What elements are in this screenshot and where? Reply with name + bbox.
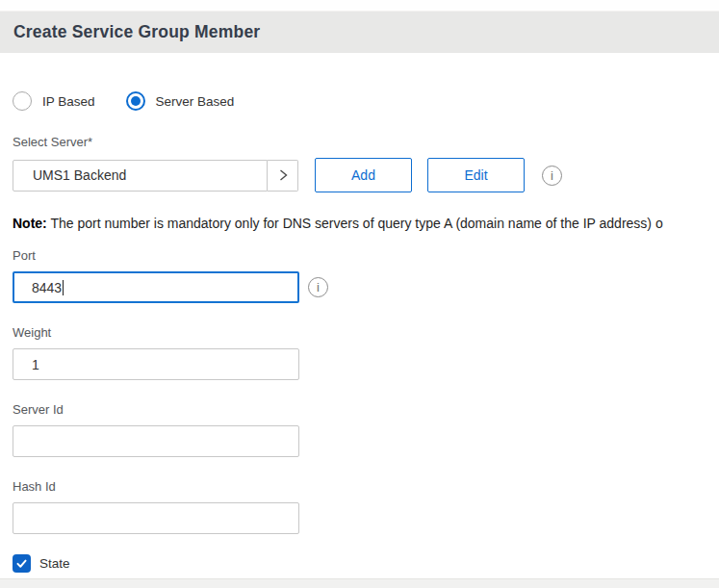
check-icon — [15, 557, 28, 570]
select-server-input[interactable]: UMS1 Backend — [13, 160, 268, 192]
member-type-radio-group: IP Based Server Based — [13, 91, 719, 111]
state-checkbox[interactable] — [13, 554, 31, 573]
port-field-group: Port 8443 i — [13, 248, 719, 303]
port-value: 8443 — [32, 280, 62, 295]
radio-ip-based[interactable]: IP Based — [13, 91, 95, 111]
server-id-label: Server Id — [13, 402, 719, 417]
weight-label: Weight — [13, 325, 719, 340]
hash-id-label: Hash Id — [13, 479, 719, 494]
port-note: Note: The port number is mandatory only … — [13, 216, 719, 231]
open-server-picker-button[interactable] — [268, 160, 298, 192]
info-icon[interactable]: i — [542, 166, 562, 186]
radio-unselected-icon[interactable] — [13, 91, 32, 111]
port-label: Port — [13, 248, 719, 263]
select-server-value: UMS1 Backend — [33, 167, 126, 183]
weight-value: 1 — [32, 357, 39, 372]
radio-server-based-label: Server Based — [156, 94, 235, 109]
cropped-top-strip — [0, 0, 719, 12]
form-body: IP Based Server Based Select Server* UMS… — [0, 53, 719, 573]
hash-id-field-group: Hash Id — [13, 479, 719, 534]
radio-selected-icon[interactable] — [126, 91, 145, 111]
radio-server-based[interactable]: Server Based — [126, 91, 235, 111]
page-title: Create Service Group Member — [13, 22, 260, 42]
weight-field-group: Weight 1 — [13, 325, 719, 380]
select-server-row: UMS1 Backend Add Edit i — [13, 158, 719, 192]
select-server-label: Select Server* — [13, 135, 719, 149]
hash-id-input[interactable] — [13, 502, 299, 534]
radio-ip-based-label: IP Based — [42, 94, 95, 109]
add-server-button[interactable]: Add — [315, 158, 412, 192]
dialog-header: Create Service Group Member — [0, 12, 719, 53]
weight-input[interactable]: 1 — [13, 348, 299, 380]
state-checkbox-row: State — [13, 554, 719, 573]
note-text: The port number is mandatory only for DN… — [47, 216, 663, 231]
server-id-field-group: Server Id — [13, 402, 719, 457]
server-id-input[interactable] — [13, 425, 299, 457]
info-icon[interactable]: i — [308, 277, 328, 297]
port-row: 8443 i — [13, 271, 719, 303]
chevron-right-icon — [276, 168, 290, 182]
cropped-bottom-strip — [0, 578, 719, 588]
edit-server-button[interactable]: Edit — [427, 158, 525, 192]
note-prefix: Note: — [13, 216, 47, 231]
state-checkbox-label: State — [39, 556, 70, 571]
text-caret — [63, 280, 64, 295]
port-input[interactable]: 8443 — [13, 271, 299, 303]
